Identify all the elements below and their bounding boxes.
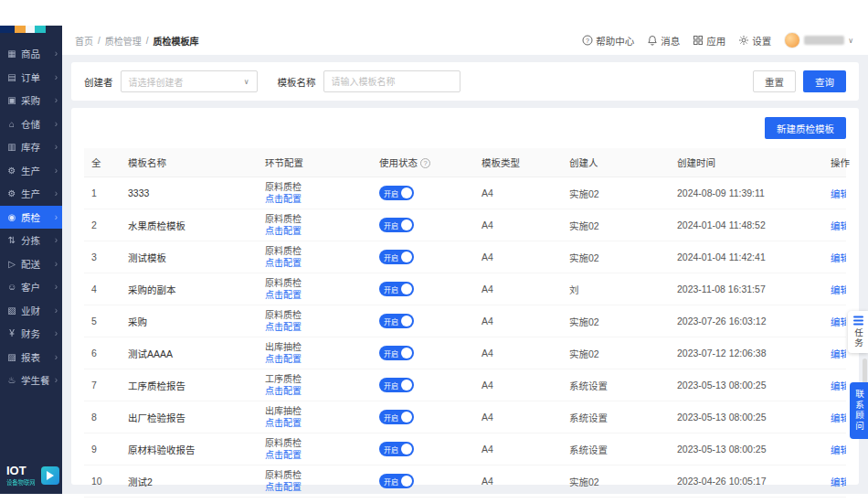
sidebar-item-orders[interactable]: ▤订单›	[0, 66, 62, 90]
cell-index: 4	[84, 273, 121, 305]
grid-icon	[693, 35, 704, 46]
table-toolbar: 新建质检模板	[84, 117, 846, 139]
template-name-input[interactable]	[323, 70, 460, 92]
sidebar-item-student-meals[interactable]: ♨学生餐›	[0, 369, 62, 392]
cell-created-at: 2023-05-13 08:00:25	[670, 369, 823, 401]
messages-button[interactable]: 消息	[647, 34, 680, 48]
column-actions-label: 操作	[831, 157, 850, 168]
cell-creator: 实施02	[562, 209, 670, 241]
stage-config-link[interactable]: 点击配置	[265, 385, 302, 397]
edit-link[interactable]: 编辑	[831, 444, 846, 455]
status-toggle[interactable]: 开启	[379, 474, 414, 488]
cell-usage-status: 开启	[372, 401, 474, 433]
help-center-button[interactable]: ? 帮助中心	[582, 34, 634, 48]
edit-link[interactable]: 编辑	[831, 188, 846, 199]
sidebar-item-warehouse[interactable]: ⌂仓储›	[0, 112, 62, 136]
sidebar-item-finance[interactable]: ¥财务›	[0, 322, 62, 346]
cell-actions: 编辑复制删除	[823, 337, 846, 369]
sidebar-item-purchase[interactable]: ▣采购›	[0, 89, 62, 112]
sidebar-item-goods[interactable]: ▦商品›	[0, 42, 62, 66]
stage-config-link[interactable]: 点击配置	[265, 193, 302, 205]
logo-segment	[15, 26, 26, 33]
logo-segment	[35, 26, 46, 33]
status-toggle[interactable]: 开启	[379, 378, 414, 392]
status-toggle[interactable]: 开启	[379, 346, 414, 360]
sidebar-item-label: 库存	[21, 140, 51, 154]
breadcrumb: 首页 / 质检管理 / 质检模板库	[75, 34, 199, 48]
stage-name: 出库抽检	[265, 341, 365, 353]
breadcrumb-home[interactable]: 首页	[75, 34, 93, 48]
cell-actions: 编辑复制删除	[823, 273, 846, 305]
toggle-knob	[401, 284, 412, 294]
sidebar-item-reports[interactable]: ▨报表›	[0, 346, 62, 369]
edit-link[interactable]: 编辑	[831, 316, 846, 327]
cell-usage-status: 开启	[372, 369, 474, 401]
sidebar-item-production-2[interactable]: ⚙生产›	[0, 182, 62, 206]
user-menu[interactable]: ∨	[784, 32, 853, 48]
toggle-label: 开启	[379, 412, 398, 423]
cell-template-type: A4	[474, 273, 562, 305]
topbar-actions: ? 帮助中心 消息 应用 设置 ∨	[582, 32, 853, 48]
edit-link[interactable]: 编辑	[831, 284, 846, 295]
status-toggle[interactable]: 开启	[379, 314, 414, 328]
stage-config-link[interactable]: 点击配置	[265, 257, 302, 269]
column-created-at-label: 创建时间	[677, 157, 715, 168]
breadcrumb-quality-management[interactable]: 质检管理	[105, 34, 142, 48]
cell-template-name: 3333	[121, 177, 258, 209]
edit-link[interactable]: 编辑	[831, 412, 846, 423]
stage-config-link[interactable]: 点击配置	[265, 417, 302, 429]
status-toggle[interactable]: 开启	[379, 218, 414, 232]
help-circle-icon: ?	[582, 35, 593, 46]
chevron-right-icon: ›	[55, 212, 58, 222]
status-toggle[interactable]: 开启	[379, 250, 414, 264]
reset-button[interactable]: 重置	[753, 70, 796, 92]
edit-link[interactable]: 编辑	[831, 476, 846, 487]
cell-stage-config: 原料质检点击配置	[258, 241, 372, 273]
stage-config-link[interactable]: 点击配置	[265, 353, 302, 365]
edit-link[interactable]: 编辑	[831, 220, 846, 231]
creator-select[interactable]: 请选择创建者 ∨	[121, 70, 258, 92]
status-toggle[interactable]: 开启	[379, 282, 414, 296]
new-template-button[interactable]: 新建质检模板	[765, 117, 846, 139]
toggle-knob	[401, 476, 412, 487]
contact-consultant-tab[interactable]: 联系顾问	[850, 382, 868, 439]
stage-config-link[interactable]: 点击配置	[265, 481, 302, 493]
status-toggle[interactable]: 开启	[379, 186, 414, 200]
sidebar-item-sorting[interactable]: ⇅分拣›	[0, 229, 62, 252]
column-template-type: 模板类型	[474, 148, 562, 177]
cell-index: 6	[84, 337, 121, 369]
stage-config-link[interactable]: 点击配置	[265, 289, 302, 301]
cell-template-name: 测试2	[121, 466, 258, 498]
edit-link[interactable]: 编辑	[831, 348, 846, 359]
sidebar-item-inventory[interactable]: ▥库存›	[0, 135, 62, 159]
sidebar-item-customers[interactable]: ☺客户›	[0, 275, 62, 299]
sidebar-item-delivery[interactable]: ▷配送›	[0, 252, 62, 276]
sidebar-item-production-1[interactable]: ⚙生产›	[0, 159, 62, 183]
cell-created-at: 2023-07-12 12:06:38	[670, 337, 823, 369]
query-button[interactable]: 查询	[803, 70, 846, 92]
toggle-knob	[401, 380, 412, 391]
apps-button[interactable]: 应用	[693, 34, 725, 48]
cell-creator: 系统设置	[562, 369, 670, 401]
table-row: 3测试模板原料质检点击配置开启A4实施022024-01-04 11:42:41…	[84, 241, 846, 273]
sidebar-item-label: 商品	[21, 47, 51, 60]
template-table-body: 13333原料质检点击配置开启A4实施022024-08-09 11:39:11…	[84, 177, 846, 498]
stage-config-link[interactable]: 点击配置	[265, 321, 302, 333]
edit-link[interactable]: 编辑	[831, 380, 846, 391]
cell-actions: 编辑复制删除	[823, 209, 846, 241]
edit-link[interactable]: 编辑	[831, 252, 846, 263]
info-icon[interactable]: ?	[420, 158, 430, 168]
sidebar-item-business-finance[interactable]: ▧业财›	[0, 299, 62, 323]
creator-filter-label: 创建者	[84, 75, 113, 89]
status-toggle[interactable]: 开启	[379, 442, 414, 456]
content-area: 创建者 请选择创建者 ∨ 模板名称 重置 查询 新建质检模板	[62, 55, 868, 494]
settings-button[interactable]: 设置	[738, 34, 771, 48]
status-toggle[interactable]: 开启	[379, 410, 414, 424]
stage-config-link[interactable]: 点击配置	[265, 225, 302, 237]
sidebar-item-quality[interactable]: ◉质检›	[0, 206, 62, 230]
column-index: 全	[84, 148, 121, 177]
task-panel-tab[interactable]: 任务	[848, 311, 868, 353]
chevron-right-icon: ›	[55, 375, 58, 385]
stage-name: 原料质检	[265, 469, 365, 481]
stage-config-link[interactable]: 点击配置	[265, 449, 302, 461]
